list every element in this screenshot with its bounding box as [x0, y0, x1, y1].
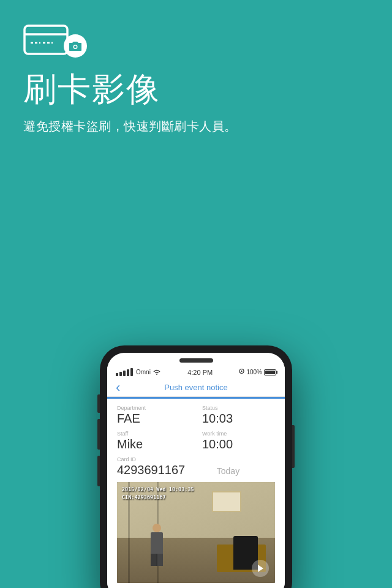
work-time-label: Work time: [202, 431, 275, 437]
department-label: Department: [117, 405, 190, 411]
work-time-value: 10:00: [202, 437, 275, 451]
wifi-icon: [153, 369, 161, 375]
camera-feed: 2015/02/04 Wed 10:03:35 CIN:4293691167: [117, 482, 275, 583]
card-id-field: Card ID 4293691167: [117, 456, 205, 477]
subtitle: 避免授權卡盜刷，快速判斷刷卡人員。: [23, 118, 369, 135]
svg-point-7: [241, 370, 243, 371]
work-time-field: Work time 10:00: [202, 431, 275, 451]
nav-title: Push event notice: [164, 383, 227, 392]
svg-rect-0: [24, 26, 67, 54]
department-field: Department FAE: [117, 405, 190, 426]
camera-timestamp: 2015/02/04 Wed 10:03:35 CIN:4293691167: [122, 486, 194, 502]
svg-marker-8: [258, 565, 263, 572]
play-icon: [257, 564, 264, 573]
camera-badge: [64, 34, 87, 58]
status-label: Status: [202, 405, 275, 411]
info-row-1: Department FAE Status 10:03: [117, 405, 275, 426]
svg-point-5: [74, 46, 77, 48]
status-time: 4:20 PM: [187, 369, 213, 376]
main-title: 刷卡影像: [23, 67, 369, 112]
phone-inner: Omni 4:20 PM 100%: [107, 353, 285, 588]
staff-label: Staff: [117, 431, 190, 437]
status-field: Status 10:03: [202, 405, 275, 426]
battery-percent: 100%: [246, 369, 262, 375]
nav-bar: ‹ Push event notice: [107, 379, 285, 397]
status-left: Omni: [116, 368, 161, 376]
staff-value: Mike: [117, 437, 190, 451]
department-value: FAE: [117, 412, 190, 426]
status-right: 100%: [239, 369, 276, 376]
location-icon: [239, 369, 244, 376]
staff-field: Staff Mike: [117, 431, 190, 451]
back-button[interactable]: ‹: [116, 381, 120, 394]
card-id-value: 4293691167: [117, 463, 205, 477]
info-row-2: Staff Mike Work time 10:00: [117, 431, 275, 451]
phone-container: Omni 4:20 PM 100%: [86, 345, 306, 588]
phone-mockup: Omni 4:20 PM 100%: [100, 345, 292, 588]
carrier-name: Omni: [136, 369, 151, 375]
play-button[interactable]: [252, 560, 269, 577]
status-bar: Omni 4:20 PM 100%: [107, 367, 285, 379]
today-field: Today: [217, 456, 275, 477]
info-row-3: Card ID 4293691167 Today: [117, 456, 275, 477]
today-value: Today: [217, 466, 275, 476]
content-area: Department FAE Status 10:03 Staff Mike: [107, 399, 285, 587]
icon-area: [23, 23, 369, 59]
card-id-label: Card ID: [117, 456, 205, 462]
camera-icon: [69, 40, 82, 51]
status-value: 10:03: [202, 412, 275, 426]
speaker-grill: [179, 358, 213, 363]
top-section: 刷卡影像 避免授權卡盜刷，快速判斷刷卡人員。: [0, 0, 392, 153]
